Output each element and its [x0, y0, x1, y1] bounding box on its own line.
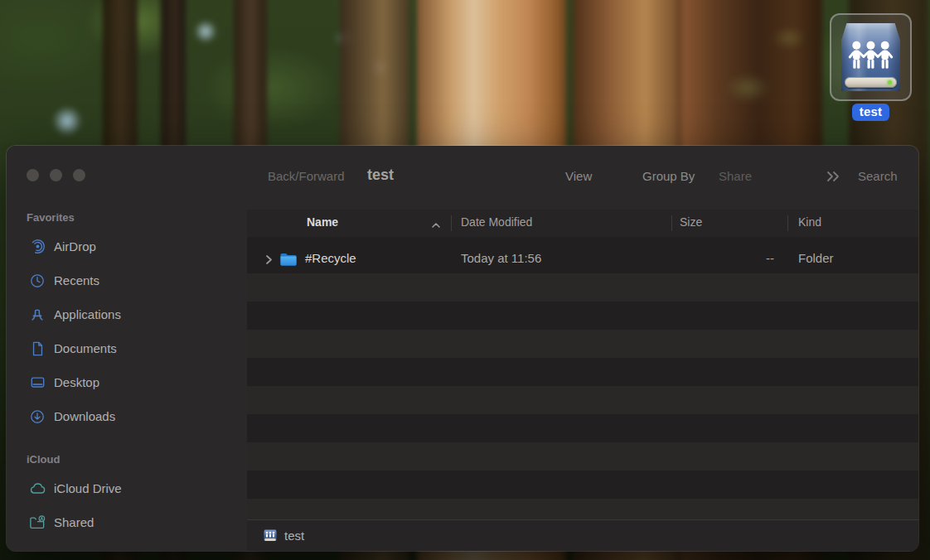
sort-ascending-icon [431, 217, 441, 232]
minimize-button[interactable] [50, 169, 62, 181]
status-bar: test [247, 519, 918, 551]
sidebar-item-label: Desktop [54, 375, 99, 389]
zoom-button[interactable] [73, 169, 85, 181]
column-header-size[interactable]: Size [680, 215, 702, 229]
download-icon [28, 408, 46, 426]
drive-led-green [888, 80, 892, 84]
sidebar-item-label: Downloads [54, 409, 115, 423]
drive-base-bar [845, 77, 897, 88]
folder-icon [279, 252, 298, 270]
group-by-button[interactable]: Group By [642, 168, 695, 185]
toolbar-overflow-icon[interactable] [826, 170, 842, 186]
sidebar-item-recents[interactable]: Recents [7, 263, 247, 297]
sidebar-item-documents[interactable]: Documents [7, 331, 247, 365]
desktop-volume-label-wrap: test [830, 104, 912, 121]
share-button[interactable]: Share [719, 168, 752, 185]
sidebar-section-favorites: Favorites [27, 211, 247, 226]
document-icon [28, 340, 46, 358]
column-header-date-modified[interactable]: Date Modified [461, 215, 532, 229]
sidebar-item-label: Recents [54, 273, 99, 287]
window-title: test [367, 167, 394, 183]
sidebar-item-downloads[interactable]: Downloads [7, 399, 247, 433]
table-row-recycle[interactable]: #Recycle Today at 11:56 -- Folder [247, 245, 918, 273]
network-drive-icon [841, 23, 900, 91]
shared-folder-icon [28, 514, 46, 532]
finder-window: Back/Forward test View Group By Share Se… [7, 146, 918, 551]
airdrop-icon [28, 238, 46, 256]
sidebar-item-label: Applications [54, 307, 121, 321]
traffic-lights [27, 169, 247, 181]
column-divider[interactable] [787, 215, 788, 231]
column-divider[interactable] [451, 215, 452, 231]
sidebar: Favorites AirDrop [7, 146, 247, 551]
sidebar-item-label: iCloud Drive [54, 481, 122, 495]
desktop[interactable]: test Back/Forward test View Group By Sha… [0, 0, 930, 560]
file-size: -- [671, 251, 781, 265]
disclosure-chevron-icon[interactable] [265, 253, 273, 268]
status-volume-name[interactable]: test [284, 529, 304, 543]
file-date-modified: Today at 11:56 [461, 251, 541, 265]
sidebar-item-label: AirDrop [54, 239, 96, 253]
view-button[interactable]: View [565, 168, 592, 185]
close-button[interactable] [27, 169, 39, 181]
search-button[interactable]: Search [858, 168, 898, 185]
applications-icon [28, 306, 46, 324]
sidebar-item-shared[interactable]: Shared [7, 505, 247, 539]
network-drive-mini-icon[interactable] [263, 529, 278, 543]
sidebar-item-airdrop[interactable]: AirDrop [7, 229, 247, 263]
file-kind: Folder [798, 251, 834, 265]
list-column-headers: Name Date Modified Size Kind [247, 210, 918, 237]
back-forward-button[interactable]: Back/Forward [268, 168, 345, 185]
column-divider[interactable] [671, 215, 672, 231]
favorites-list: AirDrop Recents [7, 229, 247, 433]
column-header-name[interactable]: Name [307, 215, 338, 229]
icloud-list: iCloud Drive Shared [7, 471, 247, 539]
list-row-stripes [247, 245, 918, 519]
column-header-kind[interactable]: Kind [798, 215, 821, 229]
sidebar-section-icloud: iCloud [27, 453, 247, 468]
people-icon [845, 40, 897, 75]
desktop-volume-icon[interactable] [830, 13, 912, 101]
sidebar-item-icloud-drive[interactable]: iCloud Drive [7, 471, 247, 505]
sidebar-item-label: Shared [54, 515, 94, 529]
sidebar-item-applications[interactable]: Applications [7, 297, 247, 331]
sidebar-item-label: Documents [54, 341, 117, 355]
desktop-volume-label[interactable]: test [852, 104, 889, 121]
sidebar-item-desktop[interactable]: Desktop [7, 365, 247, 399]
cloud-icon [28, 480, 46, 498]
file-name: #Recycle [305, 251, 356, 265]
desktop-icon [28, 374, 46, 392]
file-list-view: Name Date Modified Size Kind [247, 210, 918, 551]
clock-icon [28, 272, 46, 290]
